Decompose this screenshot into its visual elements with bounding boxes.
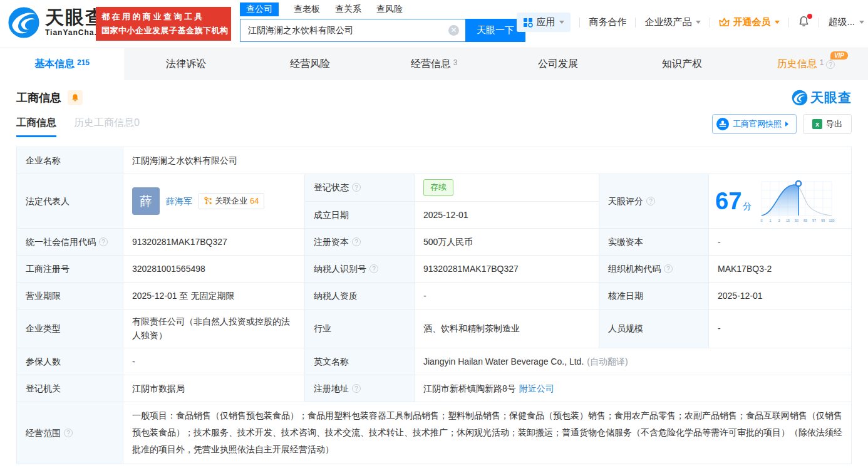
score-marker-pin	[796, 181, 801, 186]
field-value-reg-no: 320281001565498	[123, 256, 305, 283]
enterprise-menu[interactable]: 企业级产品	[644, 16, 701, 28]
related-label: 关联企业	[215, 195, 247, 208]
svg-text:15: 15	[786, 219, 790, 222]
field-value-staff-size: -	[709, 309, 852, 348]
help-icon[interactable]: ?	[99, 237, 108, 246]
apps-menu[interactable]: 应用	[517, 13, 571, 32]
related-companies-badge[interactable]: 关联企业 64	[199, 193, 264, 210]
svg-text:85: 85	[803, 219, 807, 222]
field-value-address: 江阴市新桥镇陶新路8号 附近公司	[415, 375, 852, 402]
field-label-taxpayer-quality: 纳税人资质	[305, 283, 415, 309]
tab-history-info[interactable]: VIP 历史信息 1 ?	[744, 48, 868, 80]
field-label-staff-size: 人员规模	[599, 309, 709, 348]
help-icon[interactable]: ?	[826, 60, 835, 69]
legal-rep-avatar[interactable]: 薛	[132, 187, 160, 215]
score-distribution-chart: 0131550859799100	[758, 178, 835, 224]
official-snapshot-button[interactable]: 工商官网快照	[712, 114, 797, 134]
field-value-establish-date: 2025-12-01	[415, 202, 599, 229]
search-tab-boss[interactable]: 查老板	[294, 3, 320, 16]
tab-label: 经营信息	[411, 58, 451, 71]
search-tab-company[interactable]: 查公司	[240, 3, 279, 16]
chevron-down-icon	[775, 21, 780, 24]
chevron-down-icon	[859, 21, 864, 24]
field-value-scope: 一般项目：食品销售（仅销售预包装食品）；食品用塑料包装容器工具制品销售；塑料制品…	[123, 402, 852, 464]
vip-menu[interactable]: 开通会员	[719, 16, 780, 28]
super-vip-menu[interactable]: 超级...	[828, 16, 864, 28]
notifications-button[interactable]	[798, 16, 810, 29]
help-icon[interactable]: ?	[64, 429, 73, 437]
clear-search-icon[interactable]: ✕	[448, 25, 459, 36]
tab-operation-risk[interactable]: 经营风险	[248, 48, 372, 80]
field-value-taxpayer-quality: -	[415, 283, 599, 309]
tab-intellectual-property[interactable]: 知识产权	[620, 48, 744, 80]
field-label-term: 营业期限	[17, 283, 123, 309]
help-icon[interactable]: ?	[352, 384, 361, 393]
divider	[819, 18, 819, 28]
field-value-company-name: 江阴海澜之水饮料有限公司	[123, 147, 852, 174]
section-title: 工商信息	[16, 90, 61, 105]
help-icon[interactable]: ?	[352, 237, 361, 246]
search-tab-risk[interactable]: 查风险	[376, 3, 403, 16]
field-label-scope: 经营范围?	[17, 402, 123, 464]
field-value-reg-status: 存续	[415, 174, 599, 202]
status-badge: 存续	[423, 179, 453, 196]
tab-label: 知识产权	[662, 58, 702, 71]
field-label-paid-capital: 实缴资本	[599, 229, 709, 256]
field-label-approve-date: 核准日期	[599, 283, 709, 309]
tab-label: 基本信息	[34, 58, 75, 71]
apps-label: 应用	[536, 16, 555, 28]
help-icon[interactable]: ?	[664, 264, 673, 273]
tab-company-development[interactable]: 公司发展	[496, 48, 620, 80]
tab-label: 公司发展	[538, 58, 578, 71]
search-tab-relation[interactable]: 查关系	[335, 3, 361, 16]
tianyancha-logo-icon	[792, 90, 808, 106]
search-input[interactable]	[240, 19, 465, 42]
field-value-insured: -	[123, 348, 305, 375]
tab-count: 215	[77, 58, 90, 67]
apps-grid-icon	[523, 18, 533, 28]
svg-text:1: 1	[770, 219, 772, 222]
score-unit: 分	[743, 201, 752, 211]
field-label-credit-code: 统一社会信用代码?	[17, 229, 123, 256]
export-button[interactable]: x 导出	[803, 114, 852, 134]
tab-legal-litigation[interactable]: 法律诉讼	[124, 48, 248, 80]
help-icon[interactable]: ?	[646, 197, 655, 205]
field-value-industry: 酒、饮料和精制茶制造业	[415, 309, 599, 348]
tab-basic-info[interactable]: 基本信息 215	[0, 48, 124, 80]
vip-label: 开通会员	[733, 16, 770, 28]
divider	[579, 18, 580, 28]
field-value-legal-rep: 薛 薛海军 关联企业 64	[123, 174, 305, 229]
legal-rep-name-link[interactable]: 薛海军	[166, 194, 192, 208]
score-axis-ticks: 0131550859799100	[761, 219, 835, 222]
search-tabs: 查公司 查老板 查关系 查风险	[240, 1, 525, 18]
monitor-bell-button[interactable]	[68, 90, 83, 105]
field-label-company-name: 企业名称	[17, 147, 123, 174]
help-icon[interactable]: ?	[352, 183, 361, 192]
search-area: 查公司 查老板 查关系 查风险 ✕ 天眼一下	[240, 1, 525, 42]
field-label-org-code: 组织机构代码?	[599, 256, 709, 283]
field-value-company-type: 有限责任公司（非自然人投资或控股的法人独资）	[123, 309, 305, 348]
nearby-companies-link[interactable]: 附近公司	[519, 382, 554, 395]
divider	[635, 18, 636, 28]
chevron-down-icon	[696, 21, 701, 24]
field-label-taxpayer-no: 纳税人识别号?	[305, 256, 415, 283]
subtab-business-info[interactable]: 工商信息	[16, 117, 56, 137]
auto-translate-note: (自动翻译)	[587, 355, 628, 368]
field-label-reg-status: 登记状态?	[305, 174, 415, 202]
chevron-down-icon	[559, 21, 564, 24]
field-label-reg-no: 工商注册号	[17, 256, 123, 283]
cooperation-menu[interactable]: 商务合作	[589, 16, 626, 28]
svg-text:99: 99	[821, 219, 825, 222]
tab-label: 经营风险	[290, 58, 330, 71]
tab-operation-info[interactable]: 经营信息 3	[372, 48, 496, 80]
export-label: 导出	[826, 118, 842, 130]
snapshot-label: 工商官网快照	[733, 118, 782, 130]
banner-line2: 国家中小企业发展子基金旗下机构	[101, 25, 225, 36]
field-label-english-name: 英文名称	[305, 348, 415, 375]
field-label-legal-rep: 法定代表人	[17, 174, 123, 229]
help-icon[interactable]: ?	[369, 264, 378, 273]
chevron-right-icon	[785, 122, 788, 127]
subtab-history-business-info[interactable]: 历史工商信息0	[74, 117, 140, 137]
field-value-tyc-score[interactable]: 67分	[709, 174, 852, 229]
super-vip-label: 超级...	[828, 16, 855, 28]
